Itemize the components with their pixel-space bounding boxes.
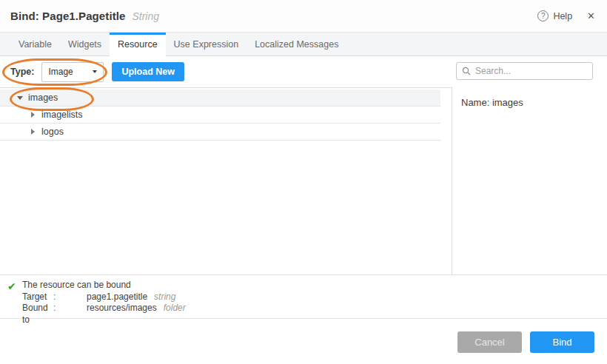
close-icon[interactable]: ✕	[587, 10, 595, 21]
tab-widgets[interactable]: Widgets	[60, 33, 110, 56]
status-bound-row: Bound to : resources/imagesfolder	[22, 303, 186, 326]
search-box	[456, 62, 593, 80]
search-icon	[462, 67, 471, 75]
type-select[interactable]: Image	[41, 62, 104, 82]
tab-resource[interactable]: Resource	[110, 33, 166, 57]
status-lines: The resource can be bound Target : page1…	[22, 280, 186, 318]
tree-item-imagelists[interactable]: imagelists	[0, 107, 440, 124]
caret-collapsed-icon[interactable]	[29, 129, 37, 135]
cancel-button[interactable]: Cancel	[457, 331, 522, 353]
type-label: Type:	[10, 67, 34, 77]
chevron-down-icon	[93, 70, 97, 73]
details-panel: Name: images	[452, 87, 607, 274]
tree-item-label: logos	[41, 127, 64, 137]
help-icon[interactable]: ?	[537, 10, 549, 21]
status-target-type: string	[154, 291, 175, 302]
status-target-label: Target	[22, 291, 53, 303]
search-input[interactable]	[475, 66, 587, 76]
tree-item-label: images	[28, 92, 58, 103]
tab-localized-messages[interactable]: Localized Messages	[247, 33, 346, 56]
dialog-footer: Cancel Bind	[0, 319, 607, 364]
status-bound-type: folder	[164, 303, 186, 313]
caret-expanded-icon[interactable]	[16, 96, 24, 100]
type-select-value: Image	[48, 67, 73, 77]
status-target-value: page1.pagetitlestring	[87, 291, 186, 303]
header-actions: ? Help ✕	[537, 10, 595, 21]
tab-bar: Variable Widgets Resource Use Expression…	[0, 33, 607, 56]
dialog-title-type: String	[132, 10, 159, 22]
tab-use-expression[interactable]: Use Expression	[166, 33, 247, 56]
status-bound-value: resources/imagesfolder	[87, 303, 186, 326]
tab-variable[interactable]: Variable	[10, 33, 60, 56]
selected-resource-name: Name: images	[461, 97, 607, 108]
bind-button[interactable]: Bind	[530, 331, 594, 353]
dialog-title: Bind: Page1.Pagetitle	[10, 10, 125, 22]
content-area: images imagelists logos Name: images	[0, 87, 607, 274]
bind-dialog: Bind: Page1.Pagetitle String ? Help ✕ Va…	[0, 0, 607, 364]
status-target-row: Target : page1.pagetitlestring	[22, 291, 186, 303]
upload-new-button[interactable]: Upload New	[112, 62, 184, 81]
status-bound-label: Bound to	[22, 303, 53, 326]
resource-tree: images imagelists logos	[0, 87, 452, 274]
status-message: The resource can be bound	[22, 280, 186, 291]
tree-item-label: imagelists	[41, 109, 83, 120]
success-check-icon: ✔	[7, 280, 22, 318]
caret-collapsed-icon[interactable]	[29, 112, 37, 118]
help-link[interactable]: Help	[553, 11, 572, 21]
tree-item-logos[interactable]: logos	[0, 124, 440, 141]
toolbar: Type: Image Upload New	[0, 56, 607, 87]
status-bar: ✔ The resource can be bound Target : pag…	[0, 274, 607, 319]
dialog-header: Bind: Page1.Pagetitle String ? Help ✕	[0, 0, 607, 33]
tree-item-images[interactable]: images	[0, 90, 440, 107]
